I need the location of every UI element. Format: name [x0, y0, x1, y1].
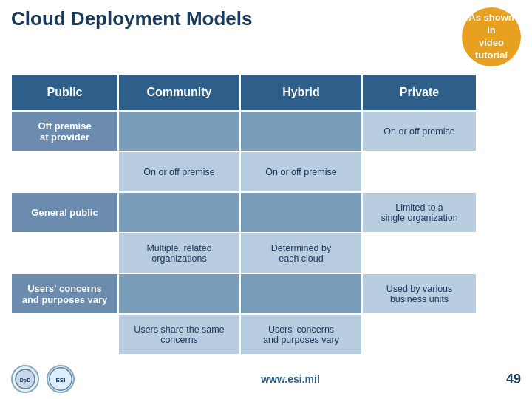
community-col-header: Community	[118, 74, 240, 111]
tutorial-badge: As shown in video tutorial	[462, 7, 521, 66]
hybrid-col-header: Hybrid	[240, 74, 362, 111]
private-3-text: Limited to a single organization	[381, 202, 457, 223]
svg-text:ESI: ESI	[56, 377, 66, 383]
community-2-text: On or off premise	[143, 167, 214, 177]
private-label: Private	[400, 86, 439, 99]
community-cell-5	[118, 273, 240, 314]
svg-text:DoD: DoD	[20, 378, 30, 383]
hybrid-cell-6: Users' concerns and purposes vary	[240, 314, 362, 355]
logo-esi: ESI	[47, 365, 75, 393]
row-5-label-text: Users' concerns and purposes vary	[22, 283, 108, 305]
private-cell-1: On or off premise	[362, 111, 477, 151]
footer-logos: DoD ESI	[11, 365, 75, 393]
hybrid-cell-3	[240, 192, 362, 233]
public-label: Public	[47, 86, 82, 99]
row-label-3: General public	[11, 192, 118, 233]
main-grid: Public Community Hybrid Private Off prem…	[11, 74, 521, 355]
public-cell-4	[11, 233, 118, 273]
public-cell-2	[11, 151, 118, 192]
community-cell-3	[118, 192, 240, 233]
private-col-header: Private	[362, 74, 477, 111]
tutorial-badge-text: As shown in video tutorial	[466, 12, 517, 62]
hybrid-cell-4: Determined by each cloud	[240, 233, 362, 273]
hybrid-4-text: Determined by each cloud	[271, 243, 331, 264]
header-row: Cloud Deployment Models As shown in vide…	[11, 7, 521, 66]
community-4-text: Multiple, related organizations	[146, 243, 211, 264]
hybrid-2-text: On or off premise	[265, 167, 336, 177]
private-5-text: Used by various business units	[386, 284, 453, 304]
private-cell-3: Limited to a single organization	[362, 192, 477, 233]
community-cell-4: Multiple, related organizations	[118, 233, 240, 273]
hybrid-cell-5	[240, 273, 362, 314]
row-label-1: Off premise at provider	[11, 111, 118, 151]
community-cell-2: On or off premise	[118, 151, 240, 192]
community-label: Community	[147, 86, 212, 99]
community-cell-1	[118, 111, 240, 151]
private-cell-2	[362, 151, 477, 192]
hybrid-cell-1	[240, 111, 362, 151]
hybrid-cell-2: On or off premise	[240, 151, 362, 192]
footer: DoD ESI www.esi.mil 49	[0, 365, 532, 393]
public-col-header: Public	[11, 74, 118, 111]
community-cell-6: Users share the same concerns	[118, 314, 240, 355]
hybrid-6-text: Users' concerns and purposes vary	[263, 324, 339, 345]
logo-dod: DoD	[11, 365, 39, 393]
public-cell-6	[11, 314, 118, 355]
community-6-text: Users share the same concerns	[134, 324, 224, 345]
footer-page-number: 49	[506, 372, 521, 387]
footer-url: www.esi.mil	[261, 373, 320, 385]
row-1-label-text: Off premise at provider	[38, 120, 91, 143]
row-label-5: Users' concerns and purposes vary	[11, 273, 118, 314]
page: Cloud Deployment Models As shown in vide…	[0, 0, 532, 399]
private-cell-4	[362, 233, 477, 273]
private-cell-6	[362, 314, 477, 355]
hybrid-label: Hybrid	[282, 86, 320, 99]
row-3-label-text: General public	[31, 207, 98, 218]
private-cell-5: Used by various business units	[362, 273, 477, 314]
private-1-text: On or off premise	[383, 126, 454, 137]
page-title: Cloud Deployment Models	[11, 7, 252, 30]
